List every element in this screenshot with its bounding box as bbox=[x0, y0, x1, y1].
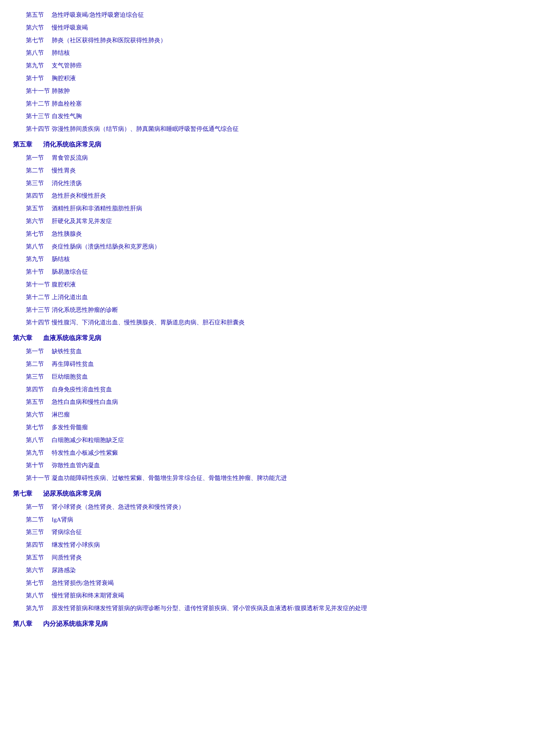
section-item[interactable]: 第一节胃食管反流病 bbox=[13, 151, 521, 164]
section-item[interactable]: 第十四节慢性腹泻、下消化道出血、慢性胰腺炎、胃肠道息肉病、胆石症和胆囊炎 bbox=[13, 316, 521, 329]
section-item[interactable]: 第五节间质性肾炎 bbox=[13, 551, 521, 564]
section-title: 肠结核 bbox=[52, 256, 70, 262]
section-num: 第九节 bbox=[26, 602, 52, 615]
section-item[interactable]: 第八节炎症性肠病（溃疡性结肠炎和克罗恩病） bbox=[13, 240, 521, 253]
chapter-num: 第八章 bbox=[13, 617, 43, 630]
section-title: 多发性骨髓瘤 bbox=[52, 424, 88, 431]
section-item[interactable]: 第六节慢性呼吸衰竭 bbox=[13, 21, 521, 34]
section-num: 第八节 bbox=[26, 46, 52, 59]
section-item[interactable]: 第四节继发性肾小球疾病 bbox=[13, 539, 521, 551]
section-item[interactable]: 第四节急性肝炎和慢性肝炎 bbox=[13, 189, 521, 202]
section-title: 特发性血小板减少性紫癜 bbox=[52, 449, 118, 456]
section-item[interactable]: 第三节肾病综合征 bbox=[13, 526, 521, 539]
section-title: 尿路感染 bbox=[52, 567, 76, 574]
section-item[interactable]: 第二节IgA肾病 bbox=[13, 513, 521, 526]
section-item[interactable]: 第三节消化性溃疡 bbox=[13, 177, 521, 190]
section-title: 急性呼吸衰竭/急性呼吸窘迫综合征 bbox=[52, 12, 144, 18]
section-item[interactable]: 第六节肝硬化及其常见并发症 bbox=[13, 215, 521, 228]
section-item[interactable]: 第三节巨幼细胞贫血 bbox=[13, 370, 521, 383]
section-item[interactable]: 第七节急性肾损伤/急性肾衰竭 bbox=[13, 577, 521, 589]
section-item[interactable]: 第十三节消化系统恶性肿瘤的诊断 bbox=[13, 304, 521, 316]
section-item[interactable]: 第八节慢性肾脏病和终末期肾衰竭 bbox=[13, 589, 521, 602]
section-num: 第七节 bbox=[26, 577, 52, 589]
section-title: 急性肝炎和慢性肝炎 bbox=[52, 192, 106, 199]
section-item[interactable]: 第一节缺铁性贫血 bbox=[13, 345, 521, 358]
section-num: 第二节 bbox=[26, 164, 52, 177]
section-title: 肺血栓栓塞 bbox=[52, 100, 82, 107]
section-title: 淋巴瘤 bbox=[52, 411, 70, 418]
section-title: 肺结核 bbox=[52, 49, 70, 56]
section-item[interactable]: 第十三节自发性气胸 bbox=[13, 110, 521, 122]
section-title: 巨幼细胞贫血 bbox=[52, 373, 88, 380]
section-title: 肝硬化及其常见并发症 bbox=[52, 218, 112, 224]
section-title: 自发性气胸 bbox=[52, 113, 82, 120]
section-num: 第三节 bbox=[26, 526, 52, 539]
section-num: 第八节 bbox=[26, 240, 52, 253]
section-item[interactable]: 第六节尿路感染 bbox=[13, 564, 521, 577]
section-title: 腹腔积液 bbox=[52, 281, 76, 288]
section-num: 第二节 bbox=[26, 513, 52, 526]
section-num: 第十三节 bbox=[26, 304, 52, 316]
section-title: 自身免疫性溶血性贫血 bbox=[52, 386, 112, 393]
section-item[interactable]: 第十一节凝血功能障碍性疾病、过敏性紫癜、骨髓增生异常综合征、骨髓增生性肿瘤、脾功… bbox=[13, 472, 521, 484]
section-item[interactable]: 第九节肠结核 bbox=[13, 253, 521, 265]
chapter-item[interactable]: 第五章消化系统临床常见病 bbox=[13, 138, 521, 151]
section-title: 肾小球肾炎（急性肾炎、急进性肾炎和慢性肾炎） bbox=[52, 503, 184, 510]
section-item[interactable]: 第十四节弥漫性肺间质疾病（结节病）、肺真菌病和睡眠呼吸暂停低通气综合征 bbox=[13, 122, 521, 135]
section-num: 第七节 bbox=[26, 228, 52, 240]
section-item[interactable]: 第十二节肺血栓栓塞 bbox=[13, 97, 521, 110]
section-num: 第四节 bbox=[26, 189, 52, 202]
section-title: 肺炎（社区获得性肺炎和医院获得性肺炎） bbox=[52, 37, 166, 43]
section-item[interactable]: 第七节肺炎（社区获得性肺炎和医院获得性肺炎） bbox=[13, 34, 521, 47]
section-item[interactable]: 第九节原发性肾脏病和继发性肾脏病的病理诊断与分型、遗传性肾脏疾病、肾小管疾病及血… bbox=[13, 602, 521, 615]
section-num: 第十节 bbox=[26, 265, 52, 278]
section-num: 第六节 bbox=[26, 408, 52, 421]
chapter-title: 消化系统临床常见病 bbox=[43, 141, 101, 148]
section-title: 间质性肾炎 bbox=[52, 554, 82, 561]
section-num: 第十三节 bbox=[26, 110, 52, 122]
section-title: 炎症性肠病（溃疡性结肠炎和克罗恩病） bbox=[52, 243, 160, 250]
section-title: 消化系统恶性肿瘤的诊断 bbox=[52, 307, 118, 313]
section-item[interactable]: 第十节肠易激综合征 bbox=[13, 265, 521, 278]
chapter-item[interactable]: 第八章内分泌系统临床常见病 bbox=[13, 617, 521, 630]
section-num: 第六节 bbox=[26, 21, 52, 34]
section-num: 第三节 bbox=[26, 177, 52, 190]
section-item[interactable]: 第九节支气管肺癌 bbox=[13, 59, 521, 72]
section-item[interactable]: 第七节急性胰腺炎 bbox=[13, 228, 521, 240]
section-title: 上消化道出血 bbox=[52, 294, 88, 300]
section-item[interactable]: 第十一节腹腔积液 bbox=[13, 278, 521, 291]
chapter-num: 第七章 bbox=[13, 487, 43, 500]
section-item[interactable]: 第六节淋巴瘤 bbox=[13, 408, 521, 421]
section-item[interactable]: 第一节肾小球肾炎（急性肾炎、急进性肾炎和慢性肾炎） bbox=[13, 500, 521, 513]
section-item[interactable]: 第四节自身免疫性溶血性贫血 bbox=[13, 383, 521, 396]
chapter-title: 血液系统临床常见病 bbox=[43, 334, 101, 341]
chapter-item[interactable]: 第七章泌尿系统临床常见病 bbox=[13, 487, 521, 500]
section-num: 第五节 bbox=[26, 396, 52, 408]
section-item[interactable]: 第十一节肺脓肿 bbox=[13, 85, 521, 97]
section-item[interactable]: 第八节肺结核 bbox=[13, 46, 521, 59]
section-title: 继发性肾小球疾病 bbox=[52, 541, 100, 548]
section-item[interactable]: 第五节酒精性肝病和非酒精性脂肪性肝病 bbox=[13, 202, 521, 215]
section-item[interactable]: 第二节慢性胃炎 bbox=[13, 164, 521, 177]
section-item[interactable]: 第二节再生障碍性贫血 bbox=[13, 358, 521, 370]
section-title: 慢性呼吸衰竭 bbox=[52, 24, 88, 31]
section-num: 第十节 bbox=[26, 72, 52, 85]
section-num: 第九节 bbox=[26, 446, 52, 459]
section-item[interactable]: 第十节弥散性血管内凝血 bbox=[13, 459, 521, 472]
section-item[interactable]: 第五节急性呼吸衰竭/急性呼吸窘迫综合征 bbox=[13, 9, 521, 21]
section-item[interactable]: 第八节白细胞减少和粒细胞缺乏症 bbox=[13, 434, 521, 446]
section-item[interactable]: 第十节胸腔积液 bbox=[13, 72, 521, 85]
section-item[interactable]: 第七节多发性骨髓瘤 bbox=[13, 421, 521, 434]
chapter-item[interactable]: 第六章血液系统临床常见病 bbox=[13, 331, 521, 345]
section-num: 第十四节 bbox=[26, 316, 52, 329]
section-title: 肠易激综合征 bbox=[52, 268, 88, 275]
section-num: 第六节 bbox=[26, 215, 52, 228]
section-item[interactable]: 第九节特发性血小板减少性紫癜 bbox=[13, 446, 521, 459]
section-item[interactable]: 第五节急性白血病和慢性白血病 bbox=[13, 396, 521, 408]
section-title: 原发性肾脏病和继发性肾脏病的病理诊断与分型、遗传性肾脏疾病、肾小管疾病及血液透析… bbox=[52, 605, 367, 611]
section-num: 第十四节 bbox=[26, 122, 52, 135]
section-item[interactable]: 第十二节上消化道出血 bbox=[13, 291, 521, 304]
section-title: 慢性腹泻、下消化道出血、慢性胰腺炎、胃肠道息肉病、胆石症和胆囊炎 bbox=[52, 319, 245, 326]
section-title: 肾病综合征 bbox=[52, 528, 82, 535]
section-num: 第七节 bbox=[26, 34, 52, 47]
